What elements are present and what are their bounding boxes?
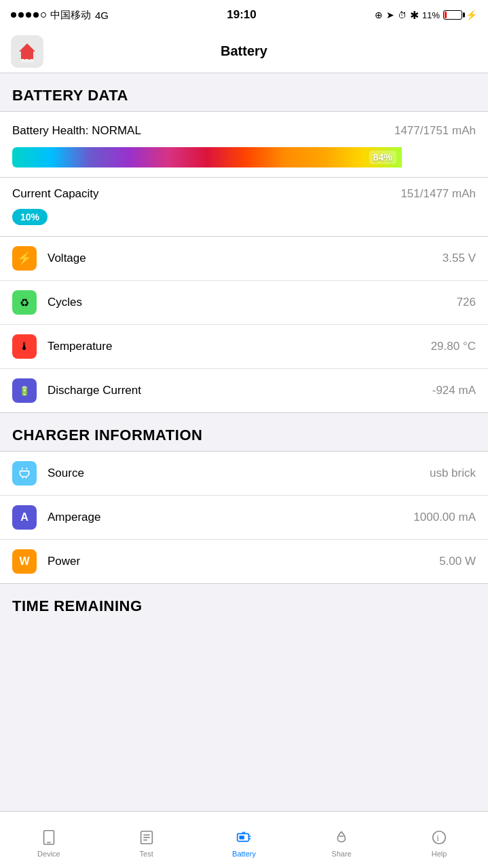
discharge-row: 🔋 Discharge Current -924 mA: [0, 368, 488, 412]
tab-battery-label: Battery: [232, 850, 256, 858]
tab-test-label: Test: [140, 850, 153, 858]
cycles-label: Cycles: [48, 296, 457, 309]
content-area: BATTERY DATA Battery Health: NORMAL 1477…: [0, 73, 488, 676]
status-right: ⊕ ➤ ⏱ ✱ 11% ⚡: [375, 9, 477, 22]
charger-rows-card: Source usb brick A Amperage 1000.00 mA W…: [0, 451, 488, 584]
tab-bar: Device Test Battery: [0, 811, 488, 868]
logo-label: PRO: [21, 58, 34, 64]
status-bar: 中国移动 4G 19:10 ⊕ ➤ ⏱ ✱ 11% ⚡: [0, 0, 488, 30]
health-bar-container: 84%: [12, 147, 476, 167]
logo-body: PRO: [21, 50, 33, 60]
tab-help[interactable]: i Help: [390, 823, 488, 858]
status-left: 中国移动 4G: [11, 9, 109, 22]
tab-help-label: Help: [432, 850, 447, 858]
source-row: Source usb brick: [0, 452, 488, 495]
capacity-card: Current Capacity 151/1477 mAh 10%: [0, 177, 488, 236]
cycles-value: 726: [457, 296, 476, 309]
capacity-label: Current Capacity: [12, 187, 99, 201]
temperature-row: 🌡 Temperature 29.80 °C: [0, 324, 488, 368]
amperage-label: Amperage: [48, 511, 413, 524]
discharge-icon: 🔋: [12, 378, 37, 403]
health-label: Battery Health: NORMAL: [12, 124, 141, 138]
health-value: 1477/1751 mAh: [394, 124, 476, 138]
battery-data-section-header: BATTERY DATA: [0, 73, 488, 111]
capacity-value: 151/1477 mAh: [400, 187, 476, 201]
device-tab-icon: [39, 828, 58, 847]
discharge-value: -924 mA: [432, 384, 476, 397]
voltage-label: Voltage: [48, 252, 443, 265]
cycles-icon: ♻: [12, 290, 37, 315]
tab-device-label: Device: [37, 850, 60, 858]
tab-share[interactable]: Share: [293, 823, 390, 858]
svg-text:i: i: [436, 832, 439, 842]
health-percent: 84%: [369, 151, 396, 164]
voltage-icon: ⚡: [12, 246, 37, 271]
power-icon: W: [12, 549, 37, 574]
cycles-row: ♻ Cycles 726: [0, 280, 488, 324]
battery-health-card: Battery Health: NORMAL 1477/1751 mAh 84%: [0, 111, 488, 177]
page-title: Battery: [221, 43, 267, 59]
source-label: Source: [48, 467, 430, 480]
voltage-row: ⚡ Voltage 3.55 V: [0, 237, 488, 280]
time-section-gap: TIME REMAINING: [0, 584, 488, 622]
health-bar: 84%: [12, 147, 402, 167]
tab-device[interactable]: Device: [0, 823, 98, 858]
help-tab-icon: i: [430, 828, 449, 847]
power-label: Power: [48, 555, 439, 568]
battery-percent: 11%: [422, 10, 440, 20]
share-tab-icon: [332, 828, 351, 847]
tab-test[interactable]: Test: [98, 823, 195, 858]
discharge-label: Discharge Current: [48, 384, 432, 397]
source-value: usb brick: [430, 467, 476, 480]
power-value: 5.00 W: [439, 555, 476, 568]
status-time: 19:10: [227, 8, 256, 22]
svg-rect-9: [240, 835, 244, 840]
amperage-row: A Amperage 1000.00 mA: [0, 495, 488, 539]
temperature-value: 29.80 °C: [431, 340, 476, 353]
capacity-title-row: Current Capacity 151/1477 mAh: [12, 187, 476, 201]
carrier-label: 中国移动: [50, 9, 91, 22]
health-title-row: Battery Health: NORMAL 1477/1751 mAh: [12, 124, 476, 138]
amperage-icon: A: [12, 505, 37, 530]
time-section-header: TIME REMAINING: [12, 597, 476, 615]
signal-dots: [11, 12, 46, 18]
battery-tab-icon: [234, 828, 253, 847]
power-row: W Power 5.00 W: [0, 539, 488, 583]
network-label: 4G: [95, 9, 109, 21]
charger-section-header: CHARGER INFORMATION: [12, 427, 476, 444]
battery-rows-card: ⚡ Voltage 3.55 V ♻ Cycles 726 🌡 Temperat…: [0, 236, 488, 413]
amperage-value: 1000.00 mA: [413, 511, 476, 524]
source-icon: [12, 461, 37, 486]
tab-battery[interactable]: Battery: [195, 823, 293, 858]
app-logo: PRO: [11, 35, 43, 68]
nav-bar: PRO Battery: [0, 30, 488, 73]
svg-point-13: [433, 831, 446, 844]
charger-section-gap: CHARGER INFORMATION: [0, 413, 488, 451]
tab-share-label: Share: [332, 850, 352, 858]
capacity-percent: 10%: [12, 209, 48, 225]
temperature-icon: 🌡: [12, 334, 37, 359]
temperature-label: Temperature: [48, 340, 431, 353]
battery-icon: [443, 10, 462, 20]
test-tab-icon: [137, 828, 156, 847]
voltage-value: 3.55 V: [443, 252, 476, 265]
